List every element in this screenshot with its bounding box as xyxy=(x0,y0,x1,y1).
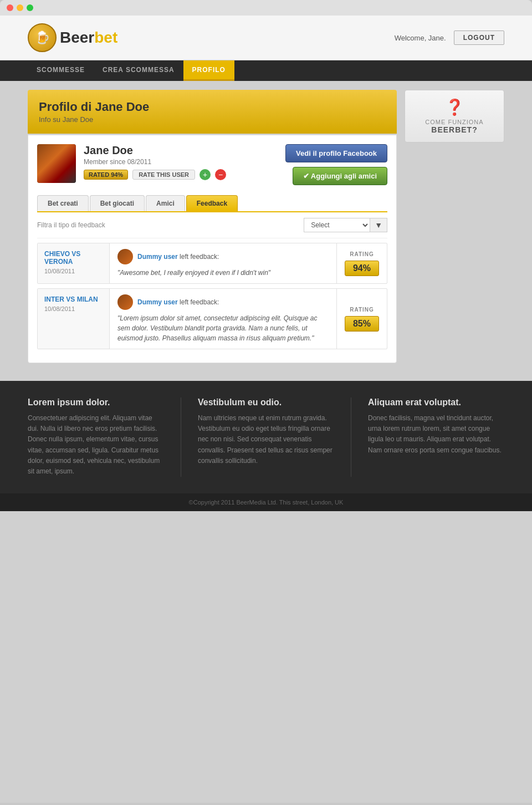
main-content: Profilo di Jane Doe Info su Jane Doe Jan… xyxy=(0,81,532,381)
feedback-quote-2: "Lorem ipsum dolor sit amet, consectetur… xyxy=(117,313,329,343)
footer-title-3: Aliquam erat voluptat. xyxy=(368,398,504,407)
logo-bet: bet xyxy=(94,29,117,46)
feedback-action-1: left feedback: xyxy=(180,253,219,261)
feedback-user-row-1: Dummy user left feedback: xyxy=(117,249,329,264)
window-chrome xyxy=(0,0,532,16)
avatar xyxy=(37,144,76,183)
logo-icon: 🍺 xyxy=(28,23,57,52)
feedback-user-text-2: Dummy user left feedback: xyxy=(137,298,219,306)
feedback-user-row-2: Dummy user left feedback: xyxy=(117,294,329,310)
rate-plus-button[interactable]: + xyxy=(200,169,211,180)
rating-value-2: 85% xyxy=(345,316,379,332)
rate-user-button[interactable]: RATE THIS USER xyxy=(132,170,195,180)
feedback-item: CHIEVO VS VERONA 10/08/2011 Dummy user l… xyxy=(37,243,387,284)
profile-card: Jane Doe Member since 08/2011 RATED 94% … xyxy=(28,135,397,363)
page-wrapper: 🍺 Beerbet Welcome, Jane. LOGOUT SCOMMESS… xyxy=(0,16,532,803)
feedback-match-2: INTER VS MILAN xyxy=(44,295,103,303)
footer-col-3: Aliquam erat voluptat. Donec facilisis, … xyxy=(368,398,504,477)
filter-dropdown-button[interactable]: ▼ xyxy=(370,218,387,232)
profile-subtitle: Info su Jane Doe xyxy=(39,115,386,124)
logo-beer: Beer xyxy=(60,29,94,46)
profile-info: Jane Doe Member since 08/2011 RATED 94% … xyxy=(84,144,278,180)
nav-crea[interactable]: CREA SCOMMESSA xyxy=(94,60,183,81)
filter-label: Filtra il tipo di feedback xyxy=(37,221,105,229)
tab-amici[interactable]: Amici xyxy=(146,195,185,211)
logout-button[interactable]: LOGOUT xyxy=(454,30,504,45)
footer-text-1: Consectetuer adipiscing elit. Aliquam vi… xyxy=(28,413,164,477)
logo-text: Beerbet xyxy=(60,29,117,47)
feedback-user-text-1: Dummy user left feedback: xyxy=(137,253,219,261)
site-nav: SCOMMESSE CREA SCOMMESSA PROFILO xyxy=(0,60,532,81)
tabs-row: Bet creati Bet giocati Amici Feedback xyxy=(37,195,387,212)
feedback-avatar-1 xyxy=(117,249,133,264)
how-sub: BEERBET? xyxy=(413,125,496,134)
footer-text-2: Nam ultricies neque ut enim rutrum gravi… xyxy=(198,413,334,466)
footer-col-2: Vestibulum eu odio. Nam ultricies neque … xyxy=(198,398,334,477)
feedback-date-1: 10/08/2011 xyxy=(44,268,103,274)
footer-copyright: ©Copyright 2011 BeerMedia Ltd. This stre… xyxy=(0,493,532,511)
footer-text-3: Donec facilisis, magna vel tincidunt auc… xyxy=(368,413,504,456)
feedback-right-2: RATING 85% xyxy=(336,289,387,349)
feedback-left-1: CHIEVO VS VERONA 10/08/2011 xyxy=(38,243,110,283)
profile-header: Profilo di Jane Doe Info su Jane Doe xyxy=(28,90,397,134)
feedback-match-1: CHIEVO VS VERONA xyxy=(44,250,103,266)
footer-divider-2 xyxy=(351,398,351,477)
feedback-quote-1: "Awesome bet, I really enjoyed it even i… xyxy=(117,268,329,278)
feedback-left-2: INTER VS MILAN 10/08/2011 xyxy=(38,289,110,349)
copyright-text: ©Copyright 2011 BeerMedia Ltd. This stre… xyxy=(189,499,344,506)
nav-profilo[interactable]: PROFILO xyxy=(183,60,234,81)
nav-scommesse[interactable]: SCOMMESSE xyxy=(28,60,94,81)
footer-col-1: Lorem ipsum dolor. Consectetuer adipisci… xyxy=(28,398,164,477)
right-sidebar: ❓ COME FUNZIONA BEERBET? xyxy=(405,90,504,372)
rating-row: RATED 94% RATE THIS USER + − xyxy=(84,169,278,180)
content-panel: Profilo di Jane Doe Info su Jane Doe Jan… xyxy=(28,90,397,372)
facebook-button[interactable]: Vedi il profilo Facebook xyxy=(285,144,387,162)
tab-feedback[interactable]: Feedback xyxy=(186,195,238,211)
feedback-item-2: INTER VS MILAN 10/08/2011 Dummy user lef… xyxy=(37,288,387,349)
how-it-works-box: ❓ COME FUNZIONA BEERBET? xyxy=(405,90,504,142)
how-title: COME FUNZIONA xyxy=(413,119,496,125)
feedback-center-2: Dummy user left feedback: "Lorem ipsum d… xyxy=(110,289,336,349)
member-since: Member since 08/2011 xyxy=(84,158,278,166)
avatar-image xyxy=(37,144,76,183)
profile-title: Profilo di Jane Doe xyxy=(39,100,386,114)
rating-label-1: RATING xyxy=(350,251,374,257)
feedback-right-1: RATING 94% xyxy=(336,243,387,283)
filter-row: Filtra il tipo di feedback Select ▼ xyxy=(37,212,387,238)
rating-label-2: RATING xyxy=(350,307,374,313)
question-icon: ❓ xyxy=(413,98,496,116)
profile-actions: Vedi il profilo Facebook ✔ Aggiungi agli… xyxy=(285,144,387,185)
tab-bet-creati[interactable]: Bet creati xyxy=(37,195,89,211)
maximize-btn[interactable] xyxy=(27,4,33,11)
welcome-text: Welcome, Jane. xyxy=(395,34,446,42)
feedback-username-1: Dummy user xyxy=(137,253,178,261)
filter-select[interactable]: Select xyxy=(304,218,370,232)
feedback-center-1: Dummy user left feedback: "Awesome bet, … xyxy=(110,243,336,283)
rated-badge: RATED 94% xyxy=(84,170,128,180)
close-btn[interactable] xyxy=(7,4,13,11)
minimize-btn[interactable] xyxy=(17,4,23,11)
tab-bet-giocati[interactable]: Bet giocati xyxy=(90,195,145,211)
logo-area: 🍺 Beerbet xyxy=(28,23,117,52)
filter-select-wrap: Select ▼ xyxy=(304,218,387,232)
feedback-avatar-2 xyxy=(117,294,133,310)
site-footer: Lorem ipsum dolor. Consectetuer adipisci… xyxy=(0,381,532,493)
rating-value-1: 94% xyxy=(345,261,379,276)
tabs-section: Bet creati Bet giocati Amici Feedback Fi… xyxy=(37,195,387,349)
footer-title-2: Vestibulum eu odio. xyxy=(198,398,334,407)
add-friend-button[interactable]: ✔ Aggiungi agli amici xyxy=(293,167,387,185)
rate-minus-button[interactable]: − xyxy=(215,169,226,180)
feedback-date-2: 10/08/2011 xyxy=(44,305,103,312)
feedback-action-2: left feedback: xyxy=(180,298,219,306)
footer-divider-1 xyxy=(181,398,181,477)
site-header: 🍺 Beerbet Welcome, Jane. LOGOUT xyxy=(0,16,532,60)
feedback-username-2: Dummy user xyxy=(137,298,178,306)
footer-title-1: Lorem ipsum dolor. xyxy=(28,398,164,407)
profile-top: Jane Doe Member since 08/2011 RATED 94% … xyxy=(37,144,387,185)
profile-name: Jane Doe xyxy=(84,144,278,157)
header-right: Welcome, Jane. LOGOUT xyxy=(395,30,504,45)
